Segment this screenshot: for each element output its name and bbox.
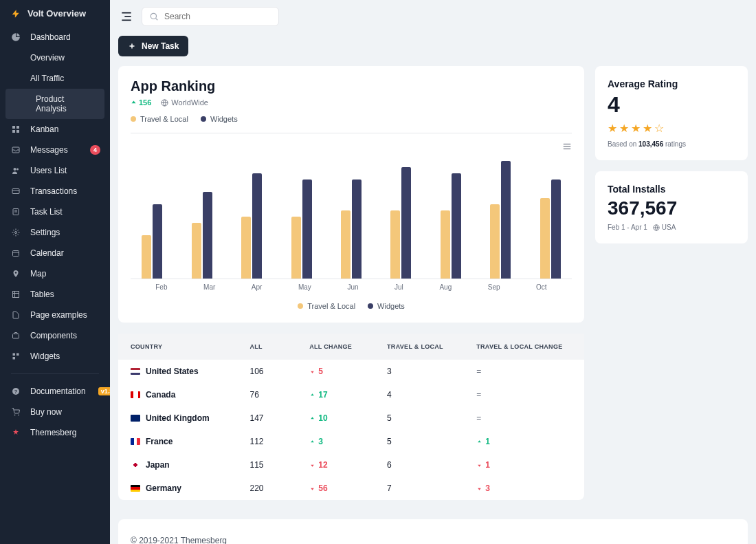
table-row[interactable]: United Kingdom147105= [118,406,584,430]
sidebar-label: Overview [30,53,65,63]
sidebar-item-users[interactable]: Users List [0,160,110,181]
table-row[interactable]: France112351 [118,430,584,453]
svg-point-6 [16,168,19,171]
sidebar-label: Themesberg [30,428,76,437]
sidebar-item-task-list[interactable]: Task List [0,202,110,222]
rating-subtext: Based on 103,456 ratings [608,140,735,148]
chart-legend-bottom: Travel & Local Widgets [131,299,572,310]
rating-stars: ★★★★☆ [608,122,735,135]
sidebar-item-overview[interactable]: Overview [0,47,110,68]
table-header: COUNTRY ALL ALL CHANGE TRAVEL & LOCAL TR… [118,334,584,360]
installs-title: Total Installs [608,184,735,195]
sidebar-toggle-button[interactable] [118,8,135,25]
rating-value: 4 [608,92,735,118]
svg-rect-21 [16,353,19,356]
sidebar-label: Users List [30,166,67,175]
svg-rect-22 [13,357,16,360]
chart-title: App Ranking [131,78,572,94]
chart-x-labels: FebMarAprMayJunJulAugSepOct [131,279,572,299]
svg-point-15 [15,272,17,274]
svg-point-25 [14,415,15,415]
sidebar-label: Calendar [30,248,64,258]
sidebar-item-product-analysis[interactable]: Product Analysis [5,89,104,119]
inbox-icon [11,145,21,155]
sidebar-item-messages[interactable]: Messages 4 [0,140,110,160]
sidebar-label: Buy now [30,407,62,417]
cart-icon [11,407,21,417]
sidebar-label: Kanban [30,124,58,134]
svg-point-30 [151,13,156,19]
chart-menu-button[interactable] [562,142,572,151]
sidebar: Volt Overview Dashboard Overview All Tra… [0,0,110,544]
installs-value: 367,567 [608,197,735,219]
sidebar-label: Settings [30,228,60,237]
sidebar-label: All Traffic [30,74,64,83]
gear-icon [11,228,21,237]
users-icon [11,166,21,175]
svg-line-31 [156,19,158,21]
sidebar-item-all-traffic[interactable]: All Traffic [0,68,110,89]
table-row[interactable]: Germany2205673 [118,477,584,500]
new-task-button[interactable]: New Task [118,36,188,56]
installs-subtext: Feb 1 - Apr 1 USA [608,224,735,231]
sidebar-item-buy-now[interactable]: Buy now [0,402,110,422]
search-input[interactable] [164,12,271,21]
sidebar-item-themesberg[interactable]: Themesberg [0,422,110,443]
file-icon [11,310,21,320]
card-icon [11,186,21,196]
sidebar-label: Widgets [30,351,60,361]
sidebar-label: Tables [30,290,54,299]
chart-legend-top: Travel & Local Widgets [131,115,572,123]
sidebar-item-dashboard[interactable]: Dashboard [0,27,110,47]
calendar-icon [11,248,21,258]
sidebar-label: Dashboard [30,32,71,42]
svg-point-5 [14,168,16,171]
svg-text:?: ? [14,389,17,394]
main-content: New Task App Ranking 156 WorldWide Trave… [110,0,756,544]
sidebar-item-settings[interactable]: Settings [0,222,110,243]
divider [11,373,99,374]
rating-title: Average Rating [608,78,735,89]
svg-point-12 [15,232,17,234]
sidebar-item-calendar[interactable]: Calendar [0,243,110,263]
svg-rect-19 [13,334,19,339]
sidebar-item-transactions[interactable]: Transactions [0,181,110,202]
total-installs-card: Total Installs 367,567 Feb 1 - Apr 1 USA [595,171,748,243]
svg-rect-3 [16,130,19,133]
sidebar-label: Transactions [30,186,77,196]
sidebar-item-components[interactable]: Components [0,325,110,346]
svg-rect-20 [13,353,16,356]
svg-rect-13 [13,251,19,257]
app-ranking-card: App Ranking 156 WorldWide Travel & Local… [118,66,584,323]
svg-point-26 [19,415,19,415]
brand-label: Volt Overview [27,8,86,19]
table-row[interactable]: Japan1151261 [118,453,584,477]
sidebar-item-page-examples[interactable]: Page examples [0,305,110,325]
sidebar-label: Task List [30,207,63,217]
pin-icon [11,269,21,279]
brand-header[interactable]: Volt Overview [0,0,110,27]
sidebar-label: Map [30,269,46,279]
sidebar-label: Components [30,331,77,340]
sidebar-item-kanban[interactable]: Kanban [0,119,110,140]
widgets-icon [11,351,21,361]
average-rating-card: Average Rating 4 ★★★★☆ Based on 103,456 … [595,66,748,160]
chart-bars [131,142,572,279]
sidebar-item-documentation[interactable]: ? Documentation v1.3 [0,381,110,402]
svg-rect-1 [16,126,19,129]
badge: 4 [90,145,100,155]
plus-icon [128,42,136,50]
svg-rect-2 [12,130,15,133]
table-row[interactable]: United States10653= [118,360,584,383]
bolt-icon [11,9,21,19]
table-row[interactable]: Canada76174= [118,383,584,406]
sidebar-item-widgets[interactable]: Widgets [0,346,110,367]
sidebar-item-map[interactable]: Map [0,263,110,284]
sidebar-label: Documentation [30,387,86,396]
topbar [110,0,756,33]
sidebar-label: Product Analysis [36,94,93,113]
sidebar-item-tables[interactable]: Tables [0,284,110,305]
search-box[interactable] [142,7,279,26]
box-icon [11,331,21,340]
pie-icon [11,32,21,42]
